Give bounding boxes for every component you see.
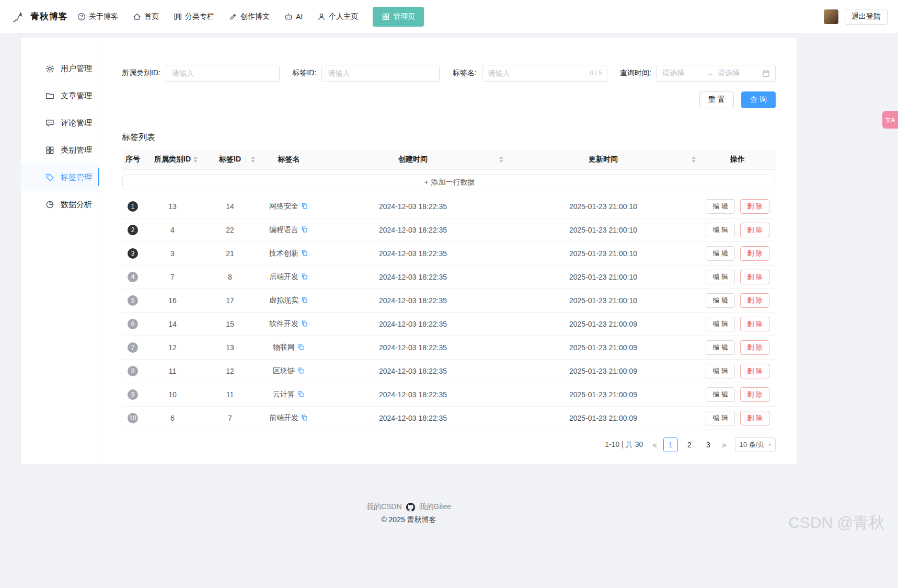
copy-icon[interactable] — [297, 390, 305, 398]
tag-name-input[interactable] — [482, 65, 607, 82]
edit-button[interactable]: 编 辑 — [706, 317, 735, 331]
table-row: 2 4 22 编程语言 2024-12-03 18:22:35 2025-01-… — [122, 218, 776, 242]
brand[interactable]: 青秋博客 — [10, 9, 68, 25]
tag-id-input[interactable] — [321, 65, 440, 82]
copy-icon[interactable] — [301, 249, 308, 257]
copy-icon[interactable] — [297, 367, 305, 374]
plus-icon: ＋ — [423, 178, 430, 187]
tag-name-text: 云计算 — [273, 390, 295, 398]
logout-button[interactable]: 退出登陆 — [845, 9, 888, 25]
delete-button[interactable]: 删 除 — [740, 293, 769, 308]
edit-button[interactable]: 编 辑 — [706, 223, 735, 237]
table-row: 7 12 13 物联网 2024-12-03 18:22:35 2025-01-… — [122, 336, 776, 360]
add-row-button[interactable]: ＋ 添加一行数据 — [122, 175, 775, 190]
comment-icon — [45, 119, 54, 128]
page-1-button[interactable]: 1 — [663, 437, 678, 452]
cell-tag-name: 技术创新 — [259, 242, 319, 266]
footer-links: 我的CSDN 我的Gitee — [21, 502, 797, 512]
gitee-link[interactable]: 我的Gitee — [419, 502, 451, 512]
delete-button[interactable]: 删 除 — [740, 340, 769, 355]
copy-icon[interactable] — [301, 414, 308, 421]
cell-actions: 编 辑删 除 — [699, 242, 776, 266]
column-header-actions: 操作 — [699, 150, 776, 169]
delete-button[interactable]: 删 除 — [740, 199, 769, 214]
nav-item-profile[interactable]: 个人主页 — [317, 12, 358, 21]
page-3-button[interactable]: 3 — [701, 437, 716, 452]
nav-item-home[interactable]: 首页 — [133, 12, 159, 21]
table-row: 3 3 21 技术创新 2024-12-03 18:22:35 2025-01-… — [122, 242, 776, 266]
copy-icon[interactable] — [297, 343, 305, 351]
github-icon[interactable] — [406, 503, 415, 512]
copy-icon[interactable] — [301, 296, 308, 304]
edit-button[interactable]: 编 辑 — [706, 387, 735, 402]
filter-bar: 所属类别ID: 标签ID: 标签名: 0 / 5 查询时间: — [122, 65, 776, 82]
translate-button[interactable]: 文A — [882, 111, 898, 129]
nav-item-categories[interactable]: 分类专栏 — [174, 12, 214, 21]
nav-item-label: 个人主页 — [329, 12, 358, 21]
cell-created-time: 2024-12-03 18:22:35 — [319, 218, 507, 242]
copy-icon[interactable] — [301, 273, 308, 280]
column-header-category-id: 所属类别ID — [144, 150, 201, 169]
edit-button[interactable]: 编 辑 — [706, 199, 735, 214]
cell-tag-id: 13 — [201, 336, 259, 360]
sort-control[interactable] — [692, 156, 696, 163]
sort-desc-icon — [193, 160, 198, 163]
column-header-label: 标签ID — [219, 155, 241, 163]
cell-category-id: 3 — [144, 242, 201, 266]
edit-button[interactable]: 编 辑 — [706, 246, 735, 261]
delete-button[interactable]: 删 除 — [740, 411, 769, 425]
prev-page-button[interactable]: < — [650, 441, 659, 449]
table-title: 标签列表 — [122, 132, 776, 143]
sort-control[interactable] — [251, 156, 255, 163]
nav-item-write[interactable]: 创作博文 — [229, 12, 270, 21]
delete-button[interactable]: 删 除 — [740, 246, 769, 261]
delete-button[interactable]: 删 除 — [740, 223, 769, 237]
sidebar-item-article-management[interactable]: 文章管理 — [21, 82, 99, 109]
cell-created-time: 2024-12-03 18:22:35 — [319, 383, 507, 407]
sidebar-item-user-management[interactable]: 用户管理 — [21, 55, 99, 82]
copy-icon[interactable] — [301, 226, 308, 233]
edit-button[interactable]: 编 辑 — [706, 411, 735, 425]
tag-name-text: 虚拟现实 — [269, 296, 298, 304]
query-button[interactable]: 查 询 — [741, 91, 776, 108]
page-size-select[interactable]: 10 条/页 ▾ — [735, 437, 776, 452]
copy-icon[interactable] — [301, 320, 308, 327]
copy-icon[interactable] — [301, 202, 308, 210]
delete-button[interactable]: 删 除 — [740, 270, 769, 284]
page-2-button[interactable]: 2 — [682, 437, 697, 452]
sort-control[interactable] — [499, 156, 503, 163]
category-id-input[interactable] — [166, 65, 280, 82]
sort-control[interactable] — [193, 156, 198, 163]
nav-item-admin[interactable]: 管理页 — [373, 7, 424, 27]
chevron-down-icon: ▾ — [768, 442, 771, 447]
edit-button[interactable]: 编 辑 — [706, 364, 735, 378]
edit-button[interactable]: 编 辑 — [706, 293, 735, 308]
cell-category-id: 11 — [144, 360, 201, 383]
cell-category-id: 16 — [144, 289, 201, 313]
nav-item-ai[interactable]: AI — [284, 13, 303, 21]
csdn-link[interactable]: 我的CSDN — [366, 502, 402, 512]
cell-updated-time: 2025-01-23 21:00:09 — [507, 336, 699, 360]
cell-actions: 编 辑删 除 — [699, 218, 776, 242]
nav-item-about[interactable]: 关于博客 — [77, 12, 118, 21]
cell-tag-id: 7 — [201, 407, 259, 430]
cell-updated-time: 2025-01-23 21:00:10 — [507, 266, 699, 289]
sort-desc-icon — [251, 160, 255, 163]
sidebar-item-data-analysis[interactable]: 数据分析 — [21, 191, 99, 218]
tag-name-text: 物联网 — [273, 343, 295, 351]
edit-button[interactable]: 编 辑 — [706, 270, 735, 284]
sidebar-item-category-management[interactable]: 类别管理 — [21, 136, 99, 164]
row-index-badge: 5 — [128, 295, 138, 306]
time-range-picker[interactable]: 请选择 → 请选择 — [657, 65, 776, 82]
sidebar-item-comment-management[interactable]: 评论管理 — [21, 109, 99, 136]
avatar[interactable] — [824, 9, 838, 24]
delete-button[interactable]: 删 除 — [740, 317, 769, 331]
edit-button[interactable]: 编 辑 — [706, 340, 735, 355]
sidebar-item-label: 用户管理 — [61, 64, 92, 74]
row-index-badge: 2 — [128, 225, 138, 235]
next-page-button[interactable]: > — [720, 441, 729, 449]
delete-button[interactable]: 删 除 — [740, 387, 769, 402]
delete-button[interactable]: 删 除 — [740, 364, 769, 378]
reset-button[interactable]: 重 置 — [699, 91, 734, 108]
sidebar-item-tag-management[interactable]: 标签管理 — [21, 164, 99, 191]
